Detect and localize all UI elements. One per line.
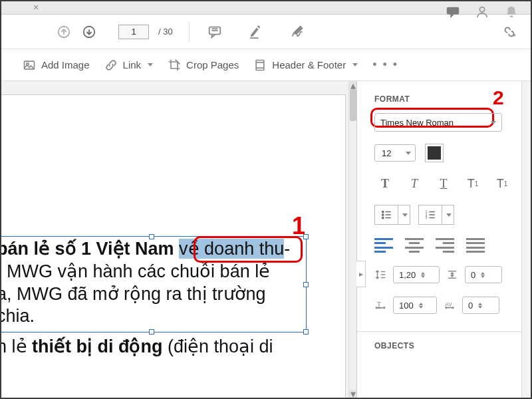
sign-icon[interactable] bbox=[288, 23, 307, 41]
italic-button[interactable]: T bbox=[404, 174, 425, 193]
align-justify-button[interactable] bbox=[466, 238, 485, 253]
document-page[interactable]: pán lẻ số 1 Việt Nam về doanh thu- . MWG… bbox=[0, 94, 346, 399]
link-label: Link bbox=[123, 59, 142, 70]
horizontal-scale-value: 100 bbox=[399, 301, 414, 311]
header-footer-label: Header & Footer bbox=[272, 59, 346, 70]
section-divider bbox=[357, 331, 531, 332]
edit-toolbar: Add Image Link Crop Pages Header & Foote… bbox=[1, 49, 531, 81]
crop-pages-button[interactable]: Crop Pages bbox=[164, 56, 243, 74]
toolbar-separator bbox=[189, 22, 190, 42]
crop-pages-label: Crop Pages bbox=[186, 59, 239, 70]
text-run: chia. bbox=[0, 306, 35, 326]
align-left-button[interactable] bbox=[374, 238, 393, 253]
add-image-button[interactable]: Add Image bbox=[19, 56, 94, 74]
share-link-icon[interactable] bbox=[500, 23, 519, 41]
svg-point-11 bbox=[382, 211, 384, 212]
text-run: n lẻ bbox=[0, 336, 32, 356]
underline-button[interactable]: T bbox=[433, 174, 454, 193]
superscript-button[interactable]: T1 bbox=[462, 174, 483, 193]
objects-section-title: OBJECTS bbox=[374, 341, 521, 350]
font-size-select[interactable]: 12 bbox=[374, 144, 416, 162]
horizontal-scale-icon: T bbox=[374, 299, 386, 311]
bold-button[interactable]: T bbox=[374, 174, 396, 193]
svg-point-13 bbox=[382, 214, 384, 215]
workspace: pán lẻ số 1 Việt Nam về doanh thu- . MWG… bbox=[1, 81, 531, 398]
text-run: thiết bị di động bbox=[32, 336, 162, 356]
document-viewport[interactable]: pán lẻ số 1 Việt Nam về doanh thu- . MWG… bbox=[1, 81, 356, 398]
chevron-down-icon bbox=[148, 63, 153, 66]
annotation-label-1: 1 bbox=[292, 212, 305, 240]
text-run: . MWG vận hành các chuỗi bán lẻ bbox=[0, 261, 270, 281]
paragraph-spacing-icon bbox=[446, 269, 458, 281]
chevron-down-icon bbox=[402, 213, 408, 217]
text-run: a, MWG đã mở rộng ra thị trường bbox=[0, 284, 266, 304]
text-run: (điện thoại di bbox=[162, 336, 273, 356]
vertical-scrollbar[interactable]: ▴ ▾ bbox=[348, 81, 356, 398]
annotation-label-2: 2 bbox=[493, 86, 504, 109]
scroll-thumb[interactable] bbox=[350, 89, 356, 121]
page-of-label: / 30 bbox=[158, 27, 173, 37]
paragraph-spacing-value: 0 bbox=[471, 270, 475, 280]
numbered-list-button[interactable]: 123 bbox=[418, 205, 454, 225]
more-tools-button[interactable]: • • • bbox=[368, 58, 402, 72]
chevron-down-icon bbox=[446, 213, 452, 217]
paragraph-spacing-input[interactable]: 0 bbox=[465, 266, 502, 283]
chevron-down-icon bbox=[352, 63, 358, 66]
svg-rect-0 bbox=[447, 7, 459, 15]
font-size-value: 12 bbox=[382, 148, 391, 158]
link-button[interactable]: Link bbox=[100, 56, 158, 74]
align-right-button[interactable] bbox=[436, 238, 454, 253]
document-paragraph[interactable]: n lẻ thiết bị di động (điện thoại di bbox=[0, 336, 346, 358]
main-toolbar: / 30 bbox=[1, 15, 531, 49]
svg-point-15 bbox=[382, 217, 384, 218]
chevron-down-icon bbox=[491, 121, 496, 124]
line-spacing-icon bbox=[374, 269, 386, 281]
font-family-select[interactable]: Times New Roman bbox=[374, 113, 502, 132]
sidebar-collapse-handle[interactable]: ▸ bbox=[356, 261, 366, 287]
font-color-swatch[interactable] bbox=[425, 144, 444, 162]
add-comment-icon[interactable] bbox=[205, 23, 224, 41]
resize-handle[interactable] bbox=[149, 329, 154, 334]
highlighter-icon[interactable] bbox=[247, 23, 265, 41]
bullet-list-button[interactable] bbox=[374, 205, 410, 225]
annotation-box-1 bbox=[194, 236, 303, 263]
horizontal-scale-input[interactable]: 100 bbox=[393, 297, 437, 314]
line-spacing-value: 1,20 bbox=[399, 270, 416, 280]
subscript-button[interactable]: T1 bbox=[491, 174, 513, 193]
font-family-value: Times New Roman bbox=[380, 118, 454, 128]
align-center-button[interactable] bbox=[405, 238, 424, 253]
line-spacing-input[interactable]: 1,20 bbox=[393, 266, 440, 283]
page-number-input[interactable] bbox=[118, 25, 149, 39]
char-spacing-input[interactable]: 0 bbox=[462, 297, 499, 314]
right-tool-rail bbox=[521, 81, 531, 398]
svg-rect-5 bbox=[250, 37, 259, 39]
add-image-label: Add Image bbox=[41, 59, 90, 70]
svg-point-1 bbox=[479, 7, 484, 12]
text-run: pán lẻ số 1 Việt Nam bbox=[0, 239, 179, 259]
header-footer-button[interactable]: Header & Footer bbox=[249, 56, 362, 74]
svg-text:3: 3 bbox=[426, 215, 428, 219]
format-sidebar: ▸ FORMAT 2 Times New Roman 12 T T T T1 T… bbox=[356, 81, 531, 398]
page-down-button[interactable] bbox=[80, 23, 98, 41]
page-up-button[interactable] bbox=[55, 23, 73, 41]
resize-handle[interactable] bbox=[303, 329, 309, 334]
chevron-down-icon bbox=[406, 152, 411, 155]
svg-rect-8 bbox=[256, 60, 264, 70]
char-spacing-icon: AV bbox=[444, 299, 456, 311]
char-spacing-value: 0 bbox=[468, 301, 473, 311]
tab-close-button[interactable]: × bbox=[33, 3, 44, 13]
